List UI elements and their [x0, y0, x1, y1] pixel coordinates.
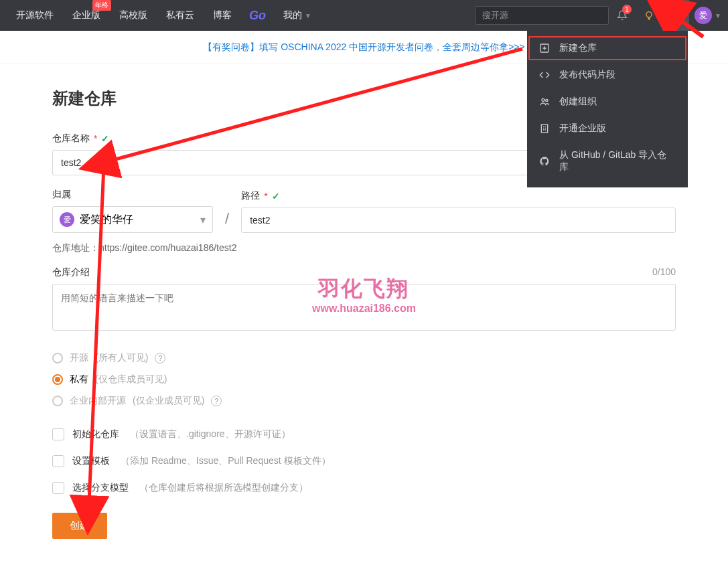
bulb-icon[interactable] [636, 0, 662, 31]
owner-value: 爱笑的华仔 [80, 213, 133, 227]
nav-enterprise[interactable]: 企业版 年终 [63, 0, 110, 31]
dd-enterprise-label: 开通企业版 [559, 122, 606, 135]
desc-counter: 0/100 [652, 266, 676, 278]
github-icon [539, 156, 550, 167]
desc-label: 仓库介绍 [52, 266, 90, 278]
check-icon: ✓ [101, 133, 109, 144]
notif-count: 1 [622, 5, 632, 14]
url-value: https://gitee.com/huazai186/test2 [99, 242, 236, 253]
plus-menu-button[interactable] [662, 0, 689, 31]
svg-rect-4 [541, 125, 547, 133]
desc-textarea[interactable] [52, 284, 676, 331]
path-input[interactable] [241, 208, 676, 233]
dd-snippet[interactable]: 发布代码片段 [527, 62, 688, 88]
cb-branch-label: 选择分支模型 [72, 482, 129, 494]
cb-init-hint: （设置语言、.gitignore、开源许可证） [130, 428, 291, 440]
owner-select[interactable]: 爱 爱笑的华仔 ▾ [52, 206, 213, 233]
cb-template-label: 设置模板 [72, 455, 110, 467]
plus-dropdown: 新建仓库 发布代码片段 创建组织 开通企业版 从 GitHub / GitLab… [527, 31, 688, 187]
chevron-down-icon: ▼ [305, 12, 311, 19]
dd-new-repo[interactable]: 新建仓库 [527, 35, 688, 62]
nav-mine-label: 我的 [283, 9, 302, 21]
repo-name-label: 仓库名称 [52, 133, 90, 145]
chevron-down-icon: ▾ [200, 214, 206, 226]
nav-blog[interactable]: 博客 [204, 0, 241, 31]
cb-init[interactable] [52, 428, 64, 440]
url-prefix: 仓库地址： [52, 242, 99, 253]
cb-init-label: 初始化仓库 [72, 428, 119, 440]
avatar-chevron-icon: ▼ [715, 12, 721, 19]
dd-org[interactable]: 创建组织 [527, 88, 688, 115]
nav-edu[interactable]: 高校版 [110, 0, 157, 31]
people-icon [539, 96, 550, 107]
dd-new-repo-label: 新建仓库 [559, 42, 597, 54]
create-button[interactable]: 创建 [52, 513, 107, 539]
owner-avatar: 爱 [60, 212, 74, 227]
cb-template-hint: （添加 Readme、Issue、Pull Request 模板文件） [121, 455, 331, 467]
nav-enterprise-label: 企业版 [72, 9, 100, 21]
nav-private-cloud[interactable]: 私有云 [157, 0, 204, 31]
badge-promo: 年终 [92, 0, 111, 11]
search-input[interactable]: 搜开源 [475, 6, 609, 25]
page-title: 新建仓库 [52, 88, 117, 109]
dd-snippet-label: 发布代码片段 [559, 69, 615, 81]
radio-private-label: 私有 [70, 374, 88, 386]
dd-import-label: 从 GitHub / GitLab 导入仓库 [559, 149, 676, 173]
radio-open-label: 开源 [70, 352, 88, 364]
radio-private[interactable] [52, 374, 63, 385]
svg-point-2 [542, 98, 544, 101]
banner-link[interactable]: 【有奖问卷】填写 OSCHINA 2022 中国开源开发者问卷，全套周边等你拿>… [203, 42, 524, 54]
check-icon: ✓ [272, 191, 280, 201]
svg-point-3 [546, 99, 548, 101]
building-icon [539, 123, 550, 134]
nav-opensource[interactable]: 开源软件 [7, 0, 63, 31]
radio-internal[interactable] [52, 396, 63, 406]
radio-open-hint: (所有人可见) [95, 352, 148, 364]
owner-label: 归属 [52, 189, 71, 201]
svg-point-0 [646, 12, 652, 17]
top-header: 开源软件 企业版 年终 高校版 私有云 博客 Go 我的 ▼ 搜开源 1 爱 ▼ [0, 0, 728, 31]
user-avatar[interactable]: 爱 [695, 7, 712, 24]
notification-icon[interactable]: 1 [609, 0, 636, 31]
cb-branch-hint: （仓库创建后将根据所选模型创建分支） [139, 482, 308, 494]
radio-internal-label: 企业内部开源 [70, 395, 126, 407]
help-icon[interactable]: ? [155, 353, 165, 363]
nav-mine[interactable]: 我的 ▼ [274, 0, 321, 31]
radio-internal-hint: (仅企业成员可见) [133, 395, 204, 407]
path-slash: / [222, 210, 232, 233]
radio-open[interactable] [52, 353, 63, 363]
required-star: * [264, 191, 267, 201]
cb-branch[interactable] [52, 482, 64, 494]
required-star: * [94, 133, 97, 144]
cb-template[interactable] [52, 455, 64, 467]
dd-enterprise[interactable]: 开通企业版 [527, 115, 688, 142]
help-icon[interactable]: ? [211, 396, 222, 406]
go-logo[interactable]: Go [241, 9, 274, 23]
dd-import[interactable]: 从 GitHub / GitLab 导入仓库 [527, 142, 688, 181]
plus-box-icon [539, 43, 550, 54]
path-label: 路径 [241, 190, 260, 202]
radio-private-hint: (仅仓库成员可见) [95, 374, 167, 386]
dd-org-label: 创建组织 [559, 96, 597, 108]
code-icon [539, 70, 550, 80]
